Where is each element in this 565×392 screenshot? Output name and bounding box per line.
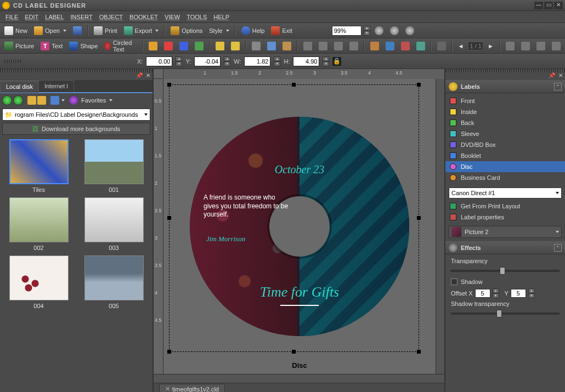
h-spinner[interactable]: ▲▼ [323, 56, 329, 66]
zoom-in-icon[interactable] [372, 25, 386, 36]
offset-x-input[interactable]: 5 [475, 289, 490, 298]
tool-icon-3[interactable] [177, 41, 190, 52]
grip-icon[interactable] [4, 60, 21, 63]
export-button[interactable]: Export [122, 25, 161, 36]
view-icon[interactable] [50, 96, 59, 105]
tab-close-icon[interactable]: ✕ [165, 385, 170, 392]
label-properties-button[interactable]: Label properties [445, 212, 565, 223]
page-prev-icon[interactable]: ◄ [456, 42, 466, 50]
tab-internet[interactable]: Internet l [38, 80, 74, 92]
pin-icon-right[interactable]: 📌 [549, 72, 555, 80]
shadow-transparency-slider[interactable] [451, 313, 560, 315]
label-front[interactable]: Front [445, 95, 565, 106]
print-button[interactable]: Print [92, 25, 120, 36]
shape-button[interactable]: Shape [67, 41, 100, 52]
offset-x-spinner[interactable]: ▲▼ [493, 288, 499, 298]
label-dvdbox[interactable]: DVD/BD Box [445, 139, 565, 150]
align-icon-2[interactable] [317, 41, 330, 52]
menu-label[interactable]: LABEL [43, 13, 66, 21]
maximize-button[interactable]: ▭ [544, 2, 553, 9]
align-icon-4[interactable] [347, 41, 360, 52]
scrollbar-vertical[interactable] [436, 79, 444, 374]
labels-panel-header[interactable]: Labels ⌃ [445, 80, 565, 93]
undo-icon[interactable] [213, 41, 227, 52]
label-booklet[interactable]: Booklet [445, 150, 565, 161]
zoom-fit-icon[interactable] [403, 25, 416, 36]
document-tab[interactable]: ✕ timeofgifts1v2.cld [159, 384, 225, 392]
effects-panel-header[interactable]: Effects ⌃ [445, 241, 565, 254]
align-icon-1[interactable] [301, 41, 314, 52]
paste-icon[interactable] [280, 41, 293, 52]
menu-object[interactable]: OBJECT [97, 13, 125, 21]
path-input[interactable]: 📁 rogram Files\CD Label Designer\Backgro… [2, 109, 150, 121]
label-back[interactable]: Back [445, 117, 565, 128]
zoom-out-icon[interactable] [388, 25, 401, 36]
tool-icon-2[interactable] [162, 41, 175, 52]
forward-icon[interactable] [13, 95, 23, 105]
panel-close-icon-right[interactable]: ✕ [558, 72, 563, 80]
style-button[interactable]: Style [207, 26, 231, 35]
open-button[interactable]: Open [32, 25, 69, 36]
disc-title-text[interactable]: Time for Gifts [260, 284, 339, 300]
rotate-right-icon[interactable] [519, 41, 532, 52]
flip-h-icon[interactable] [534, 41, 547, 52]
menu-booklet[interactable]: BOOKLET [127, 13, 160, 21]
tool-icon-1[interactable] [146, 41, 160, 52]
help-button[interactable]: Help [239, 25, 267, 36]
offset-y-spinner[interactable]: ▲▼ [528, 288, 535, 298]
folder-up-icon[interactable] [27, 96, 36, 105]
flip-v-icon[interactable] [550, 41, 563, 52]
save-button[interactable] [71, 25, 84, 36]
thumb-tiles[interactable]: Tiles [3, 139, 74, 193]
x-spinner[interactable]: ▲▼ [176, 56, 182, 66]
thumb-005[interactable]: 005 [78, 255, 149, 309]
rotate-left-icon[interactable] [504, 41, 517, 52]
disc-label[interactable]: October 23 A friend is someone who gives… [190, 117, 409, 336]
exit-button[interactable]: Exit [269, 25, 294, 36]
workarea[interactable]: October 23 A friend is someone who gives… [163, 79, 436, 374]
y-input[interactable]: -0.04 [194, 56, 221, 66]
printer-combo[interactable]: Canon Direct #1 [449, 188, 562, 198]
menu-insert[interactable]: INSERT [69, 13, 95, 21]
menu-file[interactable]: FILE [3, 13, 20, 21]
thumb-001[interactable]: 001 [78, 139, 149, 193]
align-icon-3[interactable] [332, 41, 345, 52]
minimize-button[interactable]: — [534, 2, 543, 9]
label-inside[interactable]: Inside [445, 106, 565, 117]
zoom-input[interactable]: 99% [332, 26, 361, 36]
shadow-checkbox[interactable]: Shadow [445, 276, 565, 287]
scrollbar-horizontal[interactable] [154, 374, 444, 383]
pin-icon[interactable]: 📌 [136, 72, 143, 80]
label-business-card[interactable]: Business Card [445, 172, 565, 183]
w-spinner[interactable]: ▲▼ [274, 56, 280, 66]
disc-date-text[interactable]: October 23 [275, 163, 325, 176]
close-button[interactable]: ✕ [554, 2, 563, 9]
menu-view[interactable]: VIEW [162, 13, 182, 21]
thumb-003[interactable]: 003 [78, 197, 149, 251]
redo-icon[interactable] [229, 41, 242, 52]
page-next-icon[interactable]: ► [485, 42, 496, 50]
folder-icon[interactable] [37, 96, 46, 105]
back-icon[interactable] [2, 95, 12, 105]
object-selector[interactable]: Picture 2 [449, 226, 562, 238]
tab-local-disk[interactable]: Local disk [0, 81, 39, 93]
get-from-layout-button[interactable]: Get From Print Layout [445, 201, 565, 212]
disc-quote-text[interactable]: A friend is someone who gives you total … [204, 194, 291, 219]
w-input[interactable]: 1.82 [244, 56, 270, 66]
grid-icon-3[interactable] [399, 41, 412, 52]
menu-tools[interactable]: TOOLS [184, 13, 209, 21]
cut-icon[interactable] [250, 41, 263, 52]
collapse-labels-icon[interactable]: ⌃ [554, 83, 562, 90]
panel-close-icon[interactable]: ✕ [146, 72, 150, 80]
lock-icon[interactable] [435, 41, 448, 52]
circled-text-button[interactable]: Circled Text [102, 38, 138, 54]
copy-icon[interactable] [265, 41, 278, 52]
zoom-spinner[interactable]: ▲▼ [364, 26, 370, 36]
offset-y-input[interactable]: 5 [511, 289, 526, 298]
disc-author-text[interactable]: Jim Morrison [206, 235, 245, 243]
thumb-004[interactable]: 004 [3, 255, 74, 309]
text-button[interactable]: TText [38, 41, 65, 52]
h-input[interactable]: 4.90 [293, 56, 319, 66]
favorites-button[interactable]: Favorites [79, 96, 115, 105]
grid-icon-2[interactable] [383, 41, 397, 52]
